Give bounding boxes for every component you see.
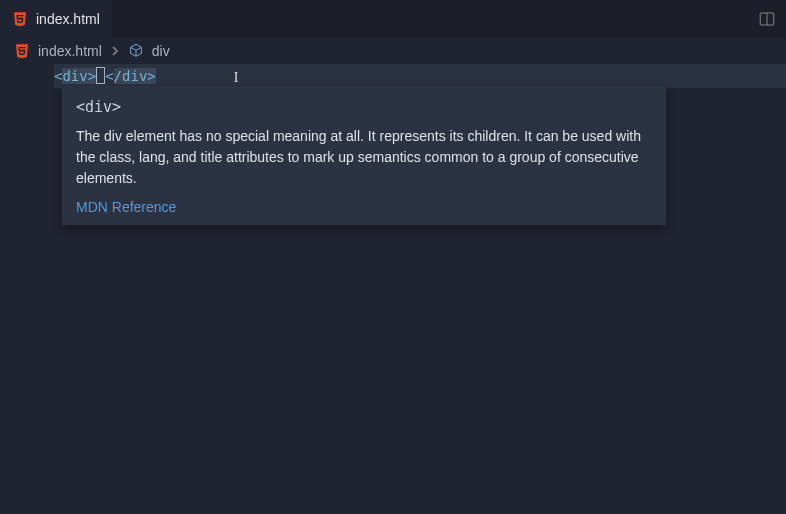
code-text: / [114,68,122,84]
symbol-field-icon [128,43,144,59]
code-text: div [122,68,147,84]
breadcrumb-file[interactable]: index.html [38,43,102,59]
breadcrumb[interactable]: index.html div [0,38,786,64]
tab-bar: index.html [0,0,786,38]
editor-actions [748,0,786,38]
chevron-right-icon [110,46,120,56]
code-text: > [147,68,155,84]
hover-description: The div element has no special meaning a… [76,126,652,189]
editor-tab[interactable]: index.html [0,0,112,38]
i-beam-cursor-icon: I [234,70,239,86]
code-text: div [62,68,87,84]
breadcrumb-element[interactable]: div [152,43,170,59]
code-line-1[interactable]: <div></div> I [54,64,786,88]
code-text: > [88,68,96,84]
text-cursor [96,67,105,84]
code-text: < [105,68,113,84]
split-editor-icon[interactable] [758,10,776,28]
code-text: < [54,68,62,84]
html5-icon [14,43,30,59]
code-editor[interactable]: <div></div> I [0,64,786,88]
html5-icon [12,11,28,27]
hover-title: <div> [76,98,652,116]
hover-tooltip: <div> The div element has no special mea… [62,86,666,225]
tab-filename: index.html [36,11,100,27]
mdn-reference-link[interactable]: MDN Reference [76,199,652,215]
